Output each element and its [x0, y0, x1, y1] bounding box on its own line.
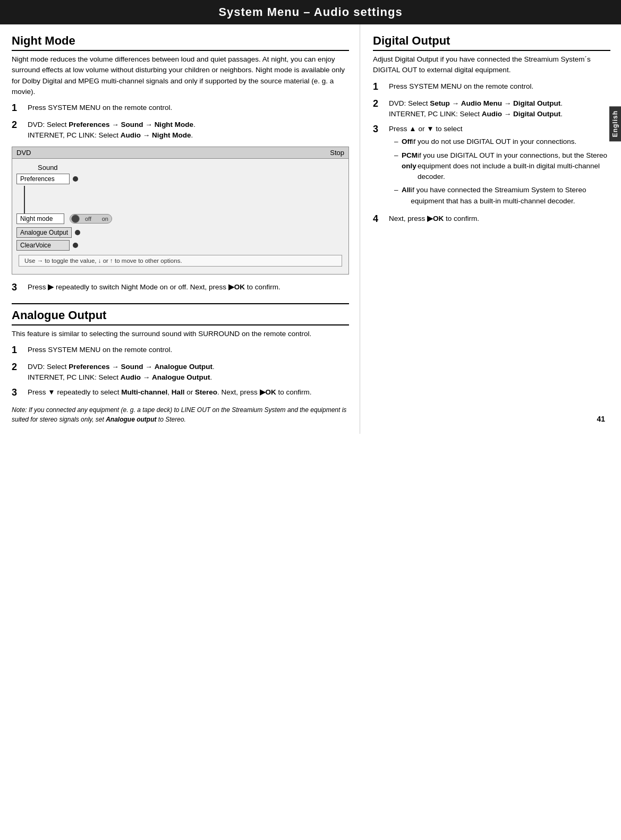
- menu-night-mode-toggle: off on: [70, 214, 112, 224]
- toggle-off-label: off: [85, 216, 91, 222]
- menu-sound-label: Sound: [38, 164, 58, 172]
- note-text-end: to Stereo.: [157, 416, 186, 423]
- night-mode-description: Night mode reduces the volume difference…: [12, 54, 349, 97]
- digital-step-number-2: 2: [373, 97, 389, 120]
- analogue-step-2-text: DVD: Select Preferences → Sound → Analog…: [28, 362, 349, 383]
- section-divider: [12, 303, 349, 304]
- night-mode-step-3: 3 Press ▶ repeatedly to switch Night Mod…: [12, 282, 349, 295]
- menu-diagram-header: DVD Stop: [12, 147, 348, 159]
- digital-step-1-text: Press SYSTEM MENU on the remote control.: [389, 81, 610, 94]
- page-number: 41: [597, 415, 605, 423]
- digital-step-3-text: Press ▲ or ▼ to select Off if you do not…: [389, 124, 610, 209]
- menu-connector-line: [24, 186, 25, 216]
- digital-step-4-text: Next, press ▶OK to confirm.: [389, 213, 610, 226]
- analogue-output-section: Analogue Output This feature is similar …: [12, 308, 349, 425]
- menu-analogue-dot: [75, 230, 80, 235]
- menu-preferences-label: Preferences: [16, 174, 70, 184]
- analogue-step-number-1: 1: [12, 343, 28, 357]
- menu-preferences-row: Preferences: [16, 174, 344, 184]
- step-2-text: DVD: Select Preferences → Sound → Night …: [28, 119, 349, 141]
- menu-night-mode-box: Night mode: [16, 213, 64, 224]
- night-mode-step-1: 1 Press SYSTEM MENU on the remote contro…: [12, 102, 349, 115]
- menu-analogue-label: Analogue Output: [16, 227, 72, 238]
- digital-step-2: 2 DVD: Select Setup → Audio Menu → Digit…: [373, 98, 610, 120]
- page-title: System Menu – Audio settings: [0, 0, 621, 24]
- menu-night-mode-row: Night mode off on: [16, 213, 344, 224]
- step-number-2: 2: [12, 118, 28, 141]
- night-mode-section: Night Mode Night mode reduces the volume…: [12, 34, 349, 295]
- option-off: Off if you do not use DIGITAL OUT in you…: [394, 136, 610, 147]
- digital-step-1: 1 Press SYSTEM MENU on the remote contro…: [373, 81, 610, 94]
- toggle-on-label: on: [102, 216, 108, 222]
- analogue-output-title: Analogue Output: [12, 308, 349, 325]
- step-3-text: Press ▶ repeatedly to switch Night Mode …: [28, 282, 349, 295]
- digital-options-list: Off if you do not use DIGITAL OUT in you…: [389, 136, 610, 207]
- menu-clearvoice-row: ClearVoice: [16, 240, 344, 251]
- night-mode-step3-list: 3 Press ▶ repeatedly to switch Night Mod…: [12, 282, 349, 295]
- night-mode-title: Night Mode: [12, 34, 349, 51]
- menu-preferences-dot: [73, 176, 78, 182]
- analogue-note: Note: If you connected any equipment (e.…: [12, 405, 349, 424]
- analogue-step-1: 1 Press SYSTEM MENU on the remote contro…: [12, 345, 349, 357]
- menu-clearvoice-label: ClearVoice: [16, 240, 70, 251]
- digital-output-description: Adjust Digital Output if you have connec…: [373, 54, 610, 76]
- note-bold: Analogue output: [106, 416, 156, 423]
- left-column: Night Mode Night mode reduces the volume…: [0, 24, 360, 434]
- analogue-step-1-text: Press SYSTEM MENU on the remote control.: [28, 345, 349, 357]
- analogue-step-2: 2 DVD: Select Preferences → Sound → Anal…: [12, 362, 349, 383]
- digital-step-number-4: 4: [373, 212, 389, 226]
- option-pcm: PCM only if you use DIGITAL OUT in your …: [394, 150, 610, 183]
- menu-clearvoice-dot: [73, 243, 78, 248]
- digital-step-number-3: 3: [373, 122, 389, 209]
- analogue-step-number-2: 2: [12, 360, 28, 383]
- digital-step-2-text: DVD: Select Setup → Audio Menu → Digital…: [389, 98, 610, 120]
- menu-hint-box: Use → to toggle the value, ↓ or ↑ to mov…: [19, 255, 342, 267]
- digital-output-steps: 1 Press SYSTEM MENU on the remote contro…: [373, 81, 610, 226]
- digital-step-number-1: 1: [373, 80, 389, 94]
- menu-analogue-row: Analogue Output: [16, 227, 344, 238]
- analogue-step-3-text: Press ▼ repeatedly to select Multi-chann…: [28, 387, 349, 400]
- step-1-text: Press SYSTEM MENU on the remote control.: [28, 102, 349, 115]
- analogue-step-3: 3 Press ▼ repeatedly to select Multi-cha…: [12, 387, 349, 400]
- step-number-3: 3: [12, 280, 28, 295]
- menu-diagram: DVD Stop Sound Preferences: [12, 147, 349, 275]
- analogue-step-number-3: 3: [12, 385, 28, 400]
- language-tab: English: [609, 106, 621, 141]
- menu-diagram-body: Sound Preferences Night mode: [12, 159, 348, 274]
- digital-output-section: Digital Output Adjust Digital Output if …: [373, 34, 610, 226]
- digital-step-3: 3 Press ▲ or ▼ to select Off if you do n…: [373, 124, 610, 209]
- right-column: Digital Output Adjust Digital Output if …: [360, 24, 621, 434]
- analogue-output-description: This feature is similar to selecting the…: [12, 329, 349, 339]
- option-all: All if you have connected the Streamium …: [394, 185, 610, 207]
- menu-hint-text: Use → to toggle the value, ↓ or ↑ to mov…: [24, 258, 182, 264]
- step-number-1: 1: [12, 101, 28, 115]
- analogue-output-steps: 1 Press SYSTEM MENU on the remote contro…: [12, 345, 349, 400]
- menu-diagram-stop: Stop: [330, 149, 344, 157]
- digital-output-title: Digital Output: [373, 34, 610, 51]
- digital-step-4: 4 Next, press ▶OK to confirm.: [373, 213, 610, 226]
- menu-sound-row: Sound: [16, 164, 344, 172]
- night-mode-steps: 1 Press SYSTEM MENU on the remote contro…: [12, 102, 349, 141]
- night-mode-step-2: 2 DVD: Select Preferences → Sound → Nigh…: [12, 119, 349, 141]
- menu-diagram-dvd: DVD: [16, 149, 31, 157]
- toggle-thumb: [71, 215, 80, 223]
